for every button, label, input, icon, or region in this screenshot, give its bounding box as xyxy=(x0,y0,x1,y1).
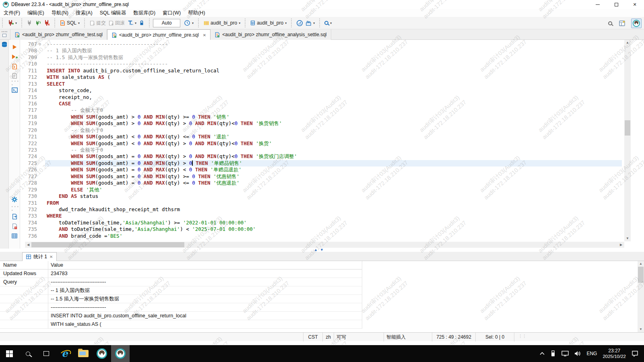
sash-up-arrow[interactable]: ▲ xyxy=(314,248,318,252)
code-text[interactable]: WHERE xyxy=(45,213,622,219)
save-file-button[interactable] xyxy=(11,222,18,230)
menu-item-4[interactable]: SQL 编辑器 xyxy=(96,9,130,17)
code-line-710[interactable]: 710-------------------------------------… xyxy=(20,61,622,67)
action-center-button[interactable] xyxy=(632,350,638,357)
results-row-0[interactable]: Updated Rows234783 xyxy=(0,269,362,278)
code-line-722[interactable]: 722 WHEN SUM(goods_amt) < 0 AND MAX(qty)… xyxy=(20,140,622,147)
menu-item-1[interactable]: 编辑(E) xyxy=(24,9,48,17)
status-cell-2[interactable]: 可写 xyxy=(334,333,384,341)
statistics-tab[interactable]: 统计 1 ✕ xyxy=(22,252,57,261)
schema-selector[interactable]: audit_bi_pro ▾ xyxy=(249,19,288,27)
code-line-714[interactable]: 714 store_code, xyxy=(20,87,622,94)
start-button[interactable] xyxy=(0,345,19,362)
code-text[interactable]: -- 金额等于0 xyxy=(45,147,622,153)
taskbar-search-button[interactable] xyxy=(19,345,37,362)
new-connection-button[interactable]: ▾ xyxy=(6,19,18,27)
menu-item-2[interactable]: 导航(N) xyxy=(48,9,72,17)
code-text[interactable]: receipt_no, xyxy=(45,94,622,101)
menu-item-3[interactable]: 搜索(A) xyxy=(72,9,96,17)
code-line-731[interactable]: 731FROM xyxy=(20,200,622,206)
results-row-4[interactable]: --------------------------------- xyxy=(0,303,362,312)
transaction-mode-button[interactable]: ▾ xyxy=(126,19,138,27)
code-line-734[interactable]: 734 toDateTime(sale_time,'Asia/Shanghai'… xyxy=(20,220,622,226)
internet-explorer-button[interactable]: e xyxy=(56,345,74,362)
reconnect-button[interactable] xyxy=(33,19,42,27)
close-button[interactable]: ✕ xyxy=(625,0,644,9)
commit-structure-button[interactable]: ▾ xyxy=(304,19,316,27)
lock-button[interactable] xyxy=(138,19,146,27)
scroll-left-arrow[interactable]: ◀ xyxy=(25,242,31,248)
rollback-button[interactable]: 回滚 xyxy=(107,19,126,27)
code-line-718[interactable]: 718 WHEN SUM(goods_amt) > 0 AND MIN(qty)… xyxy=(20,114,622,120)
grid-view-button[interactable] xyxy=(11,232,18,239)
editor-tab-1[interactable]: <audit_bi_pro> zhumr_offline_pre.sql✕ xyxy=(107,29,211,40)
code-text[interactable]: WHEN SUM(goods_amt) > 0 AND MAX(qty) > 0… xyxy=(45,120,622,127)
sash-down-arrow[interactable]: ▼ xyxy=(320,248,324,252)
code-text[interactable]: WITH sale_status AS ( xyxy=(45,74,622,80)
connection-selector[interactable]: audit_bi_pro ▾ xyxy=(202,19,242,27)
code-text[interactable]: AND brand_code ='BES' xyxy=(45,233,622,239)
code-line-717[interactable]: 717 -- 金额大于0 xyxy=(20,107,622,113)
code-line-720[interactable]: 720 -- 金额小于0 xyxy=(20,127,622,134)
code-line-732[interactable]: 732 dwd_trade_hkaudit_shop_receipt_mt dt… xyxy=(20,206,622,213)
editor-horizontal-scrollbar[interactable]: ◀ ▶ xyxy=(25,242,624,248)
tab-close-icon[interactable]: ✕ xyxy=(203,33,206,37)
code-line-721[interactable]: 721 WHEN SUM(goods_amt) < 0 AND MAX(qty)… xyxy=(20,134,622,140)
dashboard-button[interactable] xyxy=(295,19,304,27)
code-line-723[interactable]: 723 -- 金额等于0 xyxy=(20,147,622,153)
code-text[interactable]: WHEN SUM(goods_amt) = 0 AND MIN(qty) >= … xyxy=(45,173,622,180)
menu-item-6[interactable]: 窗口(W) xyxy=(159,9,184,17)
results-vertical-scrollbar[interactable]: ▲ ▼ xyxy=(638,261,644,332)
panel-sash[interactable]: ▲ ▼ xyxy=(0,249,644,252)
scroll-right-arrow[interactable]: ▶ xyxy=(618,242,624,248)
code-line-707[interactable]: 707⊖------------------------------------… xyxy=(20,41,622,47)
code-line-733[interactable]: 733WHERE xyxy=(20,213,622,219)
code-text[interactable]: store_code, xyxy=(45,87,622,94)
taskbar-clock[interactable]: 23:27 2025/10/22 xyxy=(603,348,626,359)
scroll-up-arrow[interactable]: ▲ xyxy=(638,261,644,267)
restore-view-icon[interactable] xyxy=(2,34,6,37)
scroll-down-arrow[interactable]: ▼ xyxy=(624,236,631,241)
code-text[interactable]: -- 1 插入国内数据 xyxy=(45,47,622,54)
code-text[interactable]: END AS status xyxy=(45,193,622,200)
file-explorer-button[interactable] xyxy=(74,345,93,362)
open-perspective-button[interactable] xyxy=(617,19,627,28)
code-text[interactable]: toDateTime(sale_time,'Asia/Shanghai') >=… xyxy=(45,220,622,226)
code-text[interactable]: SELECT xyxy=(45,81,622,87)
explain-plan-button[interactable] xyxy=(11,72,18,79)
code-text[interactable]: CASE xyxy=(45,101,622,107)
results-row-2[interactable]: -- 1 插入国内数据 xyxy=(0,286,362,295)
database-navigator-icon[interactable] xyxy=(1,41,8,48)
status-cell-4[interactable]: 725 : 49 : 24692 xyxy=(432,333,475,341)
network-display-icon[interactable] xyxy=(561,351,569,356)
code-line-709[interactable]: 709-- 1.5 插入海一家换货销售数据 xyxy=(20,54,622,61)
results-row-5[interactable]: INSERT INTO audit_bi_pro.custom_offline_… xyxy=(0,312,362,320)
code-text[interactable]: WHEN SUM(goods_amt) = 0 AND MAX(qty) > 0… xyxy=(45,153,622,160)
usb-icon[interactable] xyxy=(550,350,556,357)
code-text[interactable]: dwd_trade_hkaudit_shop_receipt_mt dthsrm xyxy=(45,206,622,213)
commit-button[interactable]: 提交 xyxy=(88,19,107,27)
menu-item-5[interactable]: 数据库(D) xyxy=(130,9,159,17)
code-line-730[interactable]: 730 END AS status xyxy=(20,193,622,200)
code-text[interactable]: WHEN SUM(goods_amt) = 0 AND MAX(qty) <= … xyxy=(45,180,622,186)
code-line-736[interactable]: 736 AND brand_code ='BES' xyxy=(20,233,622,239)
minimize-button[interactable] xyxy=(588,0,607,9)
status-cell-3[interactable]: 智能插入 xyxy=(384,333,432,341)
scroll-down-arrow[interactable]: ▼ xyxy=(638,327,644,332)
code-line-716[interactable]: 716 CASE xyxy=(20,101,622,107)
query-history-button[interactable]: ▾ xyxy=(183,19,195,27)
close-icon[interactable]: ✕ xyxy=(50,255,53,259)
code-line-715[interactable]: 715 receipt_no, xyxy=(20,94,622,101)
code-text[interactable]: ---------------------------------------- xyxy=(45,41,622,47)
code-text[interactable]: WHEN SUM(goods_amt) > 0 AND MIN(qty) >= … xyxy=(45,114,622,120)
input-language-button[interactable]: ENG xyxy=(586,351,597,356)
editor-tab-0[interactable]: <audit_bi_pro> zhumr_offline_test.sql xyxy=(10,29,107,40)
column-header-name[interactable]: Name xyxy=(0,261,48,269)
code-text[interactable]: ---------------------------------------- xyxy=(45,61,622,67)
disconnect-button[interactable] xyxy=(42,19,51,27)
code-text[interactable]: -- 金额大于0 xyxy=(45,107,622,113)
code-line-729[interactable]: 729 ELSE '其他' xyxy=(20,187,622,193)
code-line-735[interactable]: 735 AND toDateTime(sale_time,'Asia/Shang… xyxy=(20,226,622,232)
code-line-713[interactable]: 713SELECT xyxy=(20,81,622,87)
code-text[interactable]: FROM xyxy=(45,200,622,206)
